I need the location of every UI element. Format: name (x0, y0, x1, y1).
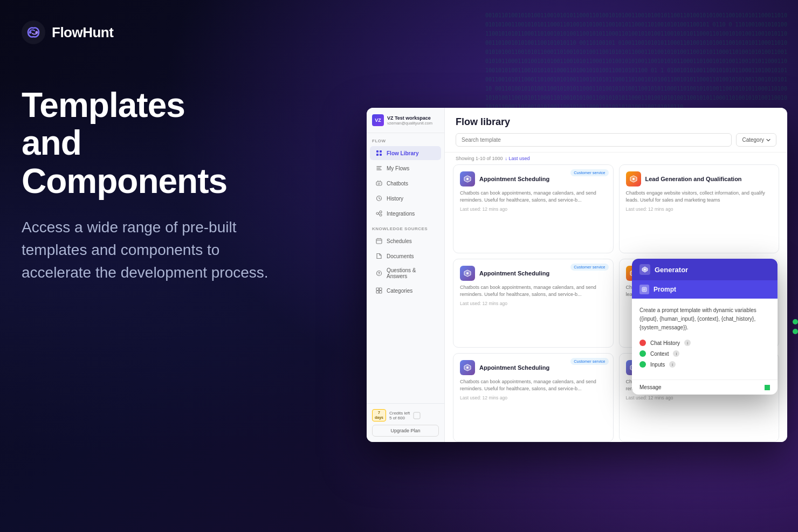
logo: FlowHunt (22, 20, 113, 44)
card-header-2: Lead Generation and Qualification (626, 171, 773, 186)
credits-value: 5 of 600 (389, 416, 410, 420)
generator-header-icon (639, 264, 650, 275)
category-button[interactable]: Category (736, 133, 776, 147)
sidebar-label-schedules: Schedules (387, 238, 412, 244)
card-title-2: Lead Generation and Qualification (645, 176, 742, 182)
generator-body: Create a prompt template with dynamic va… (632, 299, 778, 379)
workspace-header[interactable]: VZ VZ Test workspace vzeman@qualityunit.… (367, 108, 444, 133)
svg-point-1 (29, 31, 32, 34)
hero-subtitle: Access a wide range of pre-built templat… (22, 216, 280, 284)
sidebar-label-qa: Questions & Answers (387, 267, 436, 279)
svg-rect-6 (380, 154, 382, 156)
card-meta-6: Last used: 12 mins ago (626, 395, 773, 400)
hero-title: Templates and Components (22, 86, 280, 200)
card-badge-5: Customer service (570, 358, 608, 365)
generator-popup-container: Generator Prompt Create a prompt templat… (632, 259, 788, 395)
page-header: Flow library Category (445, 108, 787, 153)
sidebar-footer: 7 days Credits left 5 of 600 Upgrade Pla… (367, 403, 444, 442)
message-row: Message (632, 379, 778, 395)
workspace-info: VZ Test workspace vzeman@qualityunit.com (387, 115, 432, 126)
card-icon-2 (626, 171, 641, 186)
search-input[interactable] (456, 133, 732, 147)
message-label: Message (639, 384, 662, 390)
flow-section-label: Flow (367, 133, 444, 146)
card-desc-2: Chatbots engage website visitors, collec… (626, 190, 773, 203)
variable-inputs: Inputs i (639, 361, 770, 368)
card-title-1: Appointment Scheduling (479, 176, 549, 182)
flow-card-5[interactable]: Customer service Appointment Scheduling … (453, 353, 614, 442)
inputs-info[interactable]: i (669, 361, 676, 368)
sidebar-item-my-flows[interactable]: My Flows (370, 161, 441, 175)
svg-rect-4 (380, 150, 382, 153)
chatbots-icon (375, 179, 383, 187)
svg-point-24 (466, 367, 469, 369)
card-badge-3: Customer service (570, 264, 608, 271)
svg-point-21 (632, 178, 635, 180)
svg-rect-15 (376, 288, 379, 291)
knowledge-section-label: Knowledge sources (367, 221, 444, 233)
variable-context: Context i (639, 350, 770, 357)
sidebar-item-categories[interactable]: Categories (370, 284, 441, 298)
chat-history-label: Chat History (650, 340, 680, 346)
sidebar-label-chatbots: Chatbots (387, 181, 408, 186)
context-info[interactable]: i (673, 350, 679, 357)
sidebar-item-integrations[interactable]: Integrations (370, 206, 441, 220)
workspace-name: VZ Test workspace (387, 115, 432, 121)
flow-card-3[interactable]: Customer service Appointment Scheduling … (453, 259, 614, 348)
card-title-3: Appointment Scheduling (479, 270, 549, 277)
sidebar-item-schedules[interactable]: Schedules (370, 234, 441, 248)
message-dot (765, 385, 770, 390)
prompt-label: Prompt (653, 286, 676, 293)
sidebar-item-history[interactable]: History (370, 191, 441, 205)
side-dot-1 (793, 319, 798, 324)
sidebar-item-flow-library[interactable]: Flow Library (370, 146, 441, 160)
workspace-icon: VZ (372, 114, 384, 126)
sidebar-label-history: History (387, 196, 403, 202)
results-info: Showing 1-10 of 1000 ↓ Last used (445, 153, 787, 164)
qa-icon (375, 270, 383, 277)
card-badge-1: Customer service (570, 169, 608, 176)
hero-section: Templates and Components Access a wide r… (22, 86, 280, 284)
svg-point-2 (36, 31, 38, 34)
chat-history-info[interactable]: i (684, 340, 691, 346)
card-icon-3 (460, 266, 475, 281)
days-badge: 7 days (372, 409, 386, 422)
svg-rect-18 (380, 291, 382, 294)
card-desc-1: Chatbots can book appointments, manage c… (460, 190, 607, 203)
svg-point-14 (379, 274, 379, 275)
page-title: Flow library (456, 116, 776, 128)
upgrade-plan-button[interactable]: Upgrade Plan (372, 425, 439, 437)
card-meta-5: Last used: 12 mins ago (460, 395, 607, 400)
svg-point-11 (380, 214, 382, 216)
generator-header: Generator (632, 259, 778, 280)
flow-library-icon (375, 149, 383, 157)
sidebar-item-documents[interactable]: Documents (370, 249, 441, 263)
card-title-5: Appointment Scheduling (479, 364, 549, 371)
history-icon (375, 195, 383, 202)
flow-card-2[interactable]: Lead Generation and Qualification Chatbo… (619, 164, 780, 253)
flow-card-1[interactable]: Customer service Appointment Scheduling … (453, 164, 614, 253)
my-flows-icon (375, 164, 383, 172)
sidebar-label-documents: Documents (387, 253, 414, 259)
svg-rect-3 (376, 150, 379, 153)
svg-point-10 (380, 211, 382, 213)
prompt-row[interactable]: Prompt (632, 280, 778, 299)
sort-link[interactable]: ↓ Last used (505, 156, 530, 161)
card-desc-5: Chatbots can book appointments, manage c… (460, 378, 607, 392)
inputs-label: Inputs (650, 362, 665, 368)
sidebar-item-chatbots[interactable]: Chatbots (370, 176, 441, 190)
card-desc-3: Chatbots can book appointments, manage c… (460, 284, 607, 298)
inputs-dot (639, 361, 646, 368)
credits-info: 7 days Credits left 5 of 600 (372, 409, 439, 422)
categories-icon (375, 287, 383, 294)
header: FlowHunt (0, 0, 798, 65)
generator-popup: Generator Prompt Create a prompt templat… (632, 259, 778, 395)
sidebar-label-flow-library: Flow Library (387, 150, 418, 156)
card-icon-5 (460, 360, 475, 375)
variable-chat-history: Chat History i (639, 340, 770, 346)
sidebar-item-qa[interactable]: Questions & Answers (370, 264, 441, 282)
svg-rect-19 (414, 412, 420, 419)
prompt-icon (639, 285, 649, 294)
svg-rect-28 (642, 287, 646, 292)
context-label: Context (650, 351, 669, 357)
